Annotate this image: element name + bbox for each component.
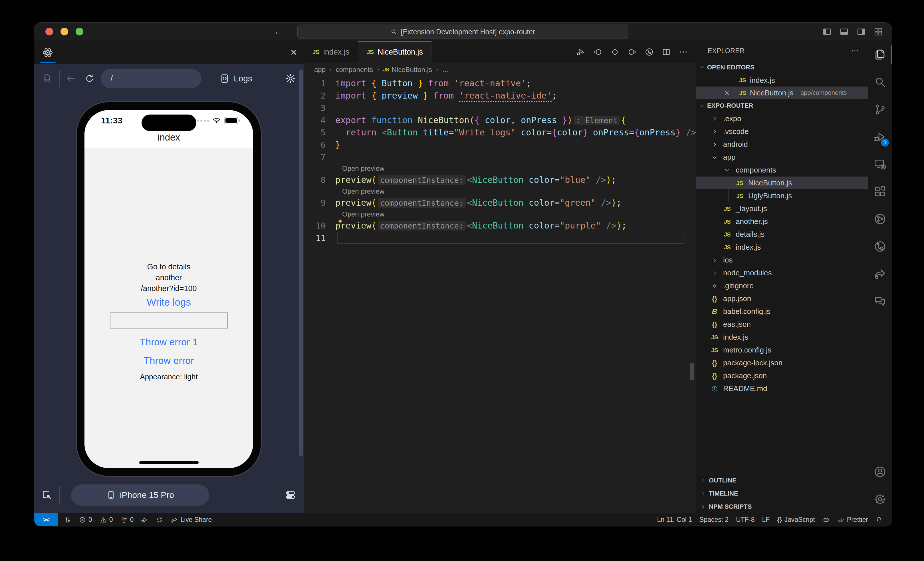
breadcrumb[interactable]: app›components›JSNiceButton.js›… <box>304 63 696 76</box>
tree-item-.vscode[interactable]: .vscode <box>696 125 868 138</box>
code-line-3[interactable]: 3 <box>304 102 696 114</box>
panel-scrollbar[interactable] <box>299 69 303 456</box>
toggles-icon[interactable] <box>285 489 296 501</box>
device-select-button[interactable]: iPhone 15 Pro <box>71 484 209 505</box>
open-preview-codelens[interactable]: Open preview <box>342 210 384 218</box>
source-graph-icon[interactable] <box>645 47 654 57</box>
code-line-6[interactable]: 6} <box>304 138 696 151</box>
gear-icon[interactable] <box>285 73 296 84</box>
tree-item-android[interactable]: android <box>696 138 868 151</box>
tab-NiceButton.js[interactable]: JSNiceButton.js <box>358 41 432 63</box>
tree-item-node_modules[interactable]: node_modules <box>696 266 868 279</box>
extensions-icon[interactable] <box>868 178 892 205</box>
status-debug-alt-icon[interactable] <box>137 513 152 526</box>
close-icon[interactable] <box>724 90 730 96</box>
code-line-7[interactable]: 7 <box>304 151 696 163</box>
status-sync-icon[interactable] <box>152 513 167 526</box>
tree-item-.expo[interactable]: .expo <box>696 112 868 125</box>
throw-error-1-button[interactable]: Throw error 1 <box>140 337 198 347</box>
tree-item-index.js[interactable]: JSindex.js <box>696 331 868 344</box>
history-back-button[interactable]: ← <box>274 26 283 37</box>
section-open-editors[interactable]: OPEN EDITORS <box>696 61 868 74</box>
status-copilot-icon[interactable] <box>819 513 834 526</box>
source-control-icon[interactable] <box>868 96 892 123</box>
breadcrumb-item[interactable]: JSNiceButton.js <box>383 66 432 74</box>
tree-item-ios[interactable]: ios <box>696 254 868 266</box>
more-actions-icon[interactable] <box>850 47 859 55</box>
tree-item-package.json[interactable]: {}package.json <box>696 369 868 382</box>
status-bell-icon[interactable] <box>872 513 886 526</box>
tree-item-_layout.js[interactable]: JS_layout.js <box>696 202 868 215</box>
layout-sidebar-left-icon[interactable] <box>822 27 832 36</box>
section-expo-router[interactable]: EXPO-ROUTER <box>696 99 868 112</box>
status-utf-8[interactable]: UTF-8 <box>732 513 758 526</box>
open-editor-index.js[interactable]: JSindex.js <box>696 74 868 87</box>
remote-explorer-icon[interactable] <box>868 150 892 178</box>
section-npm-scripts[interactable]: NPM SCRIPTS <box>696 500 868 513</box>
code-line-5[interactable]: 5 return <Button title="Write logs" colo… <box>304 126 696 138</box>
code-line-11[interactable]: 11 <box>304 232 696 244</box>
reload-icon[interactable] <box>84 73 95 84</box>
layout-panel-icon[interactable] <box>839 27 849 36</box>
status-lf[interactable]: LF <box>759 513 774 526</box>
tree-item-another.js[interactable]: JSanother.js <box>696 215 868 228</box>
split-editor-icon[interactable] <box>662 47 671 57</box>
debug-run-icon[interactable] <box>576 47 585 57</box>
link-go-to-details[interactable]: Go to details <box>147 263 190 271</box>
tree-item-NiceButton.js[interactable]: JSNiceButton.js <box>696 176 868 190</box>
explorer-icon[interactable] <box>868 41 892 68</box>
nav-dot-circle-icon[interactable] <box>610 47 620 57</box>
status-spaces-2[interactable]: Spaces: 2 <box>696 513 732 526</box>
status-tune-icon[interactable] <box>60 513 75 526</box>
back-arrow-icon[interactable] <box>65 73 77 84</box>
iphone-screen[interactable]: 11:33 index <box>84 110 253 468</box>
nav-back-circle-icon[interactable] <box>593 47 602 57</box>
status-braces-icon[interactable]: {}JavaScript <box>773 513 819 526</box>
status-double-check-icon[interactable]: Prettier <box>834 513 872 526</box>
zoom-window-button[interactable] <box>76 28 83 35</box>
breadcrumb-item[interactable]: … <box>442 66 449 74</box>
tree-item-metro.config.js[interactable]: JSmetro.config.js <box>696 344 868 356</box>
tree-item-app.json[interactable]: {}app.json <box>696 292 868 305</box>
github-icon[interactable] <box>868 233 892 260</box>
write-logs-button[interactable]: Write logs <box>147 296 191 308</box>
code-line-4[interactable]: 4export function NiceButton({ color, onP… <box>304 114 696 126</box>
section-timeline[interactable]: TIMELINE <box>696 487 868 500</box>
comments-icon[interactable] <box>868 288 892 315</box>
pull-request-icon[interactable] <box>868 205 892 233</box>
run-debug-icon[interactable]: 1 <box>868 123 892 150</box>
minimize-window-button[interactable] <box>60 28 68 35</box>
open-editor-NiceButton.js[interactable]: JSNiceButton.jsapp/components <box>696 87 868 99</box>
status-warning-icon[interactable]: 0 <box>96 513 117 526</box>
nav-forward-circle-icon[interactable] <box>627 47 637 57</box>
link-another[interactable]: another <box>156 273 182 282</box>
tree-item-.gitignore[interactable]: .gitignore <box>696 279 868 292</box>
logs-button[interactable]: Logs <box>219 74 252 84</box>
code-action-sparkle-icon[interactable]: ✦✦ <box>337 215 343 228</box>
link-another-query[interactable]: /another?id=100 <box>141 284 197 293</box>
tab-index.js[interactable]: JSindex.js <box>304 41 358 63</box>
more-actions-icon[interactable] <box>679 47 688 57</box>
tree-item-app[interactable]: app <box>696 151 868 164</box>
code-line-2[interactable]: 2import { preview } from 'react-native-i… <box>304 89 696 102</box>
editor-scrollbar-thumb[interactable] <box>690 363 694 380</box>
tree-item-package-lock.json[interactable]: {}package-lock.json <box>696 356 868 369</box>
code-line-8[interactable]: 8preview(componentInstance:<NiceButton c… <box>304 174 696 186</box>
tree-item-eas.json[interactable]: {}eas.json <box>696 318 868 331</box>
code-line-10[interactable]: 10preview(componentInstance:<NiceButton … <box>304 220 696 232</box>
tree-item-components[interactable]: components <box>696 164 868 176</box>
account-icon[interactable] <box>868 458 892 486</box>
search-icon[interactable] <box>868 68 892 96</box>
command-center-search[interactable]: [Extension Development Host] expo-router <box>297 24 628 39</box>
live-share-icon[interactable] <box>868 260 892 288</box>
settings-gear-icon[interactable] <box>868 486 892 513</box>
tree-item-index.js[interactable]: JSindex.js <box>696 241 868 254</box>
breadcrumb-item[interactable]: app <box>314 66 326 74</box>
close-window-button[interactable] <box>45 28 53 35</box>
route-url-input[interactable]: / <box>101 69 201 88</box>
status-error-icon[interactable]: 0 <box>75 513 96 526</box>
layout-sidebar-right-icon[interactable] <box>856 27 866 36</box>
tree-item-details.js[interactable]: JSdetails.js <box>696 228 868 241</box>
phone-text-input[interactable] <box>110 313 228 328</box>
open-preview-codelens[interactable]: Open preview <box>342 164 384 173</box>
